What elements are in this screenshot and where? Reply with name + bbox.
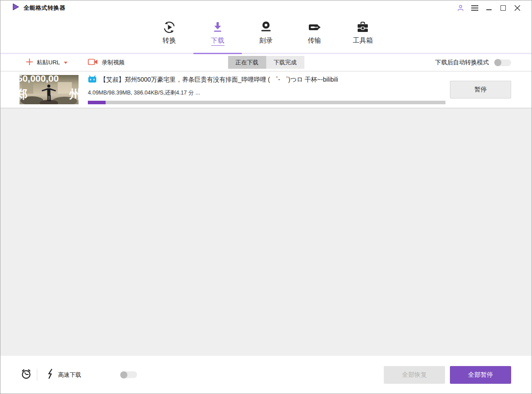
auto-convert-label: 下载后自动转换模式 — [435, 59, 489, 67]
convert-icon — [162, 20, 176, 34]
app-title: 全能格式转换器 — [24, 4, 66, 12]
menu-icon[interactable] — [469, 3, 480, 13]
tab-toolbox-label: 工具箱 — [353, 36, 373, 45]
high-speed-download-label: 高速下载 — [58, 371, 81, 379]
record-video-label: 录制视频 — [102, 59, 125, 67]
main-nav: 转换 下载 刻录 — [0, 15, 532, 54]
titlebar: 全能格式转换器 — [0, 0, 532, 15]
video-camera-icon — [88, 58, 98, 67]
footer-divider — [37, 369, 37, 381]
download-list-empty-area — [0, 108, 532, 356]
tab-toolbox[interactable]: 工具箱 — [339, 15, 387, 54]
video-thumbnail: 50,000,00 郑 州 — [20, 75, 79, 104]
tab-download[interactable]: 下载 — [193, 15, 242, 54]
pause-all-button[interactable]: 全部暂停 — [450, 366, 511, 384]
tab-download-label: 下载 — [211, 36, 225, 46]
schedule-clock-icon[interactable] — [20, 368, 32, 382]
tab-download-finished[interactable]: 下载完成 — [266, 56, 304, 69]
maximize-button[interactable] — [498, 3, 508, 13]
transfer-icon — [307, 20, 321, 34]
pause-button[interactable]: 暂停 — [450, 81, 511, 98]
paste-url-label: 粘贴URL — [37, 59, 60, 67]
progress-bar-fill — [88, 101, 106, 104]
app-logo-play-icon — [12, 3, 20, 12]
app-window: 全能格式转换器 — [0, 0, 532, 394]
progress-bar — [88, 101, 445, 104]
download-title: 【艾叔】郑州5000万豪宅里，养条巨贵有没有排面_哔哩哔哩 ( ゜- ゜)つロ … — [100, 76, 338, 84]
thumbnail-left-char: 郑 — [20, 87, 28, 101]
tab-convert-label: 转换 — [163, 36, 176, 45]
active-tab-indicator — [193, 53, 242, 54]
high-speed-toggle[interactable] — [120, 371, 137, 378]
burn-icon — [259, 20, 273, 34]
minimize-button[interactable] — [484, 3, 494, 13]
tab-transfer-label: 传输 — [308, 36, 321, 45]
download-info: 【艾叔】郑州5000万豪宅里，养条巨贵有没有排面_哔哩哔哩 ( ゜- ゜)つロ … — [88, 75, 450, 104]
thumbnail-right-char: 州 — [69, 87, 79, 101]
tab-burn[interactable]: 刻录 — [242, 15, 290, 54]
paste-url-button[interactable]: 粘贴URL — [26, 58, 67, 67]
lightning-icon — [47, 369, 54, 381]
footer-actions: 全部恢复 全部暂停 — [384, 366, 511, 384]
plus-icon — [26, 58, 33, 67]
auto-convert-toggle[interactable] — [494, 59, 511, 66]
bilibili-icon — [88, 75, 97, 85]
titlebar-controls — [452, 3, 523, 13]
tab-convert[interactable]: 转换 — [145, 15, 193, 54]
tab-transfer[interactable]: 传输 — [290, 15, 339, 54]
close-button[interactable] — [512, 3, 523, 13]
footer-bar: 高速下载 全部恢复 全部暂停 — [0, 356, 532, 394]
download-item-row[interactable]: 50,000,00 郑 州 【艾叔】郑州5000万豪宅里，养条巨贵有没有排面_哔… — [0, 71, 532, 108]
download-icon — [211, 20, 225, 34]
toolbar: 粘贴URL 录制视频 正在下载 下载完成 下载后自动转换模式 — [0, 54, 532, 71]
download-filter-tabs: 正在下载 下载完成 — [228, 56, 304, 69]
resume-all-button[interactable]: 全部恢复 — [384, 366, 445, 384]
download-progress-text: 4.09MB/98.39MB, 386.04KB/S,还剩4.17 分 ... — [88, 89, 445, 97]
tab-downloading[interactable]: 正在下载 — [228, 56, 266, 69]
toolbox-icon — [356, 20, 370, 34]
chevron-down-icon[interactable] — [64, 62, 67, 64]
auto-convert-group: 下载后自动转换模式 — [435, 59, 512, 67]
account-icon[interactable] — [455, 3, 466, 13]
record-video-button[interactable]: 录制视频 — [88, 58, 125, 67]
tab-burn-label: 刻录 — [260, 36, 273, 45]
thumbnail-headline-text: 50,000,00 — [20, 75, 59, 83]
